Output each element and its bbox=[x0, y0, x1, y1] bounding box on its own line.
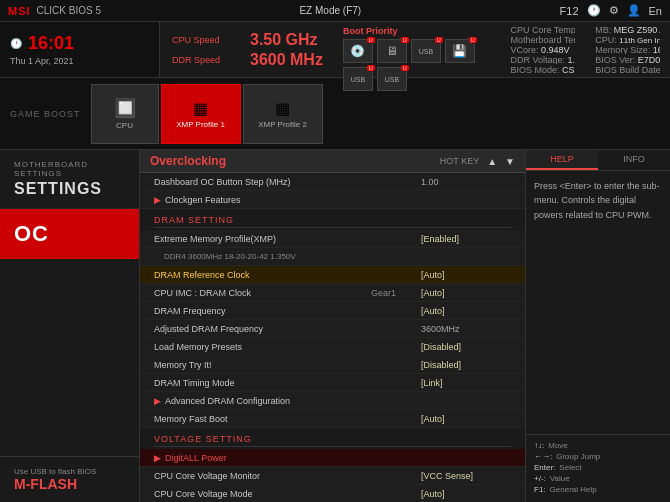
setting-row[interactable]: Dashboard OC Button Step (MHz) 1.00 bbox=[140, 173, 525, 191]
settings-icon: ⚙ bbox=[609, 4, 619, 17]
setting-ddr4-info: DDR4 3600MHz 18-20-20-42 1.350V bbox=[140, 248, 525, 266]
boot-priority-section: Boot Priority 💿 U 🖥 U USB U 💾 U bbox=[343, 24, 493, 95]
tab-info[interactable]: INFO bbox=[598, 150, 670, 170]
mflash-label: Use USB to flash BIOS bbox=[14, 467, 125, 476]
nav-up-btn[interactable]: ▲ bbox=[487, 156, 497, 167]
expand-icon: ▶ bbox=[154, 396, 161, 406]
speed-section: CPU Speed 3.50 GHz DDR Speed 3600 MHz bbox=[160, 22, 335, 77]
top-bar-right: F12 🕐 ⚙ 👤 En bbox=[560, 4, 662, 17]
boot-item[interactable]: USB U bbox=[343, 67, 373, 91]
setting-xmp[interactable]: Extreme Memory Profile(XMP) [Enabled] bbox=[140, 230, 525, 248]
profile-btn-xmp2[interactable]: ▦ XMP Profile 2 bbox=[243, 84, 323, 144]
date-text: Thu 1 Apr, 2021 bbox=[10, 56, 149, 66]
xmp1-icon: ▦ bbox=[193, 99, 208, 118]
cpu-btn-label: CPU bbox=[116, 121, 133, 130]
msi-logo: MSI bbox=[8, 5, 31, 17]
gameboost-bar: GAME BOOST 🔲 CPU ▦ XMP Profile 1 ▦ XMP P… bbox=[0, 78, 670, 150]
right-tabs: HELP INFO bbox=[526, 150, 670, 171]
sys-info-section: CPU Core Temperature: 38°C MB: MEG Z590 … bbox=[500, 22, 670, 77]
oc-header-right: HOT KEY ▲ ▼ bbox=[440, 156, 515, 167]
mflash-title: M-FLASH bbox=[14, 476, 125, 492]
oc-title-header: Overclocking bbox=[150, 154, 226, 168]
expand-icon: ▶ bbox=[154, 195, 161, 205]
boot-item-icon: 💿 bbox=[350, 44, 365, 58]
cpu-icon: 🔲 bbox=[114, 97, 136, 119]
lang-label[interactable]: En bbox=[649, 5, 662, 17]
boot-item[interactable]: USB U bbox=[411, 39, 441, 63]
boot-item[interactable]: 💾 U bbox=[445, 39, 475, 63]
top-bar-left: MSI CLICK BIOS 5 bbox=[8, 5, 101, 17]
clock-icon: 🕐 bbox=[587, 4, 601, 17]
sidebar-item-settings[interactable]: Motherboard settings SETTINGS bbox=[0, 150, 139, 209]
setting-dram-freq[interactable]: DRAM Frequency [Auto] bbox=[140, 302, 525, 320]
profile-buttons: 🔲 CPU ▦ XMP Profile 1 ▦ XMP Profile 2 bbox=[91, 78, 323, 149]
ddr-speed-value: 3600 MHz bbox=[250, 51, 323, 69]
setting-digitall[interactable]: ▶ DigitALL Power bbox=[140, 449, 525, 467]
boot-item[interactable]: 💿 U bbox=[343, 39, 373, 63]
boot-priority-label: Boot Priority bbox=[343, 26, 493, 36]
xmp1-btn-label: XMP Profile 1 bbox=[176, 120, 225, 129]
setting-row-clockgen[interactable]: ▶ Clockgen Features bbox=[140, 191, 525, 209]
right-panel: HELP INFO Press <Enter> to enter the sub… bbox=[525, 150, 670, 502]
settings-title: SETTINGS bbox=[14, 180, 125, 198]
boot-item[interactable]: USB U bbox=[377, 67, 407, 91]
cpu-speed-label: CPU Speed bbox=[172, 35, 242, 45]
setting-mem-fast-boot[interactable]: Memory Fast Boot [Auto] bbox=[140, 410, 525, 428]
clock-icon-small: 🕐 bbox=[10, 38, 22, 49]
boot-item-icon: 🖥 bbox=[386, 44, 398, 58]
top-bar: MSI CLICK BIOS 5 EZ Mode (F7) F12 🕐 ⚙ 👤 … bbox=[0, 0, 670, 22]
left-sidebar: Motherboard settings SETTINGS OC Use USB… bbox=[0, 150, 140, 502]
xmp2-icon: ▦ bbox=[275, 99, 290, 118]
voltage-section-header: Voltage Setting bbox=[140, 428, 525, 449]
nav-down-btn[interactable]: ▼ bbox=[505, 156, 515, 167]
time-section: 🕐 16:01 Thu 1 Apr, 2021 bbox=[0, 22, 160, 77]
boot-items: 💿 U 🖥 U USB U 💾 U USB U bbox=[343, 39, 493, 91]
info-bar: 🕐 16:01 Thu 1 Apr, 2021 CPU Speed 3.50 G… bbox=[0, 22, 670, 78]
center-content[interactable]: Overclocking HOT KEY ▲ ▼ Dashboard OC Bu… bbox=[140, 150, 525, 502]
xmp2-btn-label: XMP Profile 2 bbox=[258, 120, 307, 129]
user-icon: 👤 bbox=[627, 4, 641, 17]
setting-cpu-volt-mode[interactable]: CPU Core Voltage Mode [Auto] bbox=[140, 485, 525, 502]
gameboost-label: GAME BOOST bbox=[0, 78, 91, 149]
bios-title: CLICK BIOS 5 bbox=[37, 5, 101, 16]
tab-help[interactable]: HELP bbox=[526, 150, 598, 170]
setting-dram-timing[interactable]: DRAM Timing Mode [Link] bbox=[140, 374, 525, 392]
ez-mode-label[interactable]: EZ Mode (F7) bbox=[299, 5, 361, 16]
oc-title: OC bbox=[14, 221, 125, 247]
setting-cpu-imc[interactable]: CPU IMC : DRAM Clock Gear1 [Auto] bbox=[140, 284, 525, 302]
help-content: Press <Enter> to enter the sub-menu. Con… bbox=[526, 171, 670, 434]
ddr-speed-label: DDR Speed bbox=[172, 55, 242, 65]
dram-section-header: DRAM Setting bbox=[140, 209, 525, 230]
setting-adj-dram-freq[interactable]: Adjusted DRAM Frequency 3600MHz bbox=[140, 320, 525, 338]
setting-dram-ref-clock[interactable]: DRAM Reference Clock [Auto] bbox=[140, 266, 525, 284]
sidebar-item-oc[interactable]: OC bbox=[0, 209, 139, 259]
help-text: Press <Enter> to enter the sub-menu. Con… bbox=[534, 179, 662, 222]
profile-btn-cpu[interactable]: 🔲 CPU bbox=[91, 84, 159, 144]
oc-header: Overclocking HOT KEY ▲ ▼ bbox=[140, 150, 525, 173]
cpu-speed-value: 3.50 GHz bbox=[250, 31, 318, 49]
boot-item-icon: 💾 bbox=[452, 44, 467, 58]
setting-cpu-volt-mon[interactable]: CPU Core Voltage Monitor [VCC Sense] bbox=[140, 467, 525, 485]
main-layout: Motherboard settings SETTINGS OC Use USB… bbox=[0, 150, 670, 502]
setting-mem-tryit[interactable]: Memory Try It! [Disabled] bbox=[140, 356, 525, 374]
f12-icon[interactable]: F12 bbox=[560, 5, 579, 17]
sidebar-spacer bbox=[0, 259, 139, 456]
nav-hints: ↑↓: Move ←→: Group Jump Enter: Select +/… bbox=[526, 434, 670, 502]
sidebar-item-mflash[interactable]: Use USB to flash BIOS M-FLASH bbox=[0, 456, 139, 502]
boot-item[interactable]: 🖥 U bbox=[377, 39, 407, 63]
time-display: 16:01 bbox=[28, 33, 74, 54]
profile-btn-xmp1[interactable]: ▦ XMP Profile 1 bbox=[161, 84, 241, 144]
setting-load-mem[interactable]: Load Memory Presets [Disabled] bbox=[140, 338, 525, 356]
settings-label: Motherboard settings bbox=[14, 160, 125, 178]
setting-adv-dram[interactable]: ▶ Advanced DRAM Configuration bbox=[140, 392, 525, 410]
expand-icon: ▶ bbox=[154, 453, 161, 463]
